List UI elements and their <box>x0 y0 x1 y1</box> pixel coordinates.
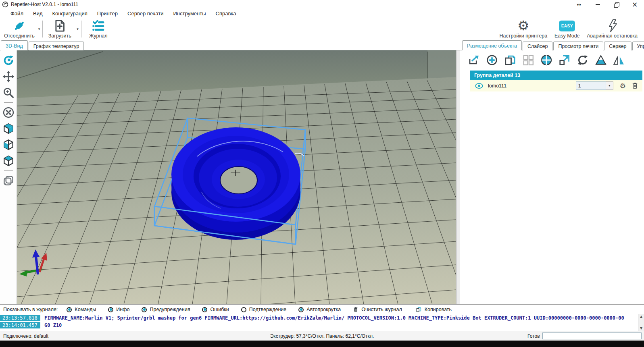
add-object-button[interactable] <box>486 54 498 66</box>
lightning-bolt-icon <box>606 19 618 33</box>
toggle-ack-label: Подтверждение <box>249 307 287 312</box>
menu-tools[interactable]: Инструменты <box>169 9 211 18</box>
menu-print-server[interactable]: Сервер печати <box>123 9 168 18</box>
window-restore-button[interactable] <box>607 0 625 9</box>
right-panel-tabs: Размещение объекта Слайсер Просмотр печа… <box>462 40 644 50</box>
cube-front-icon <box>2 139 15 151</box>
printer-settings-button[interactable]: ⚙ Настройки принтера <box>497 18 550 40</box>
screen-bottom-strip <box>0 341 644 347</box>
visibility-eye-icon[interactable] <box>475 82 484 89</box>
radio-on-icon <box>67 307 72 312</box>
copy-object-icon <box>504 54 516 66</box>
restore-icon <box>614 2 619 7</box>
menu-view[interactable]: Вид <box>28 9 48 18</box>
count-dropdown-caret[interactable]: ▾ <box>606 81 613 90</box>
export-object-button[interactable] <box>467 54 480 66</box>
magnifier-plus-icon <box>2 87 15 99</box>
rotate-object-button[interactable] <box>576 54 589 66</box>
window-resize-button[interactable]: ↔ <box>570 0 588 9</box>
rotate-view-icon <box>2 54 15 66</box>
object-list-item[interactable]: lomo111 ▾ ⚙ <box>470 80 642 91</box>
log-scrollbar[interactable]: ▲ ▼ <box>638 314 644 331</box>
toggle-autoscroll[interactable]: Автопрокрутка <box>298 307 341 312</box>
toggle-info-label: Инфо <box>116 307 129 312</box>
menu-config[interactable]: Конфигурация <box>48 9 92 18</box>
scroll-down-icon[interactable]: ▼ <box>640 326 642 330</box>
toggle-commands[interactable]: Команды <box>67 307 96 312</box>
easy-mode-button[interactable]: EASY Easy Mode <box>551 18 583 40</box>
log-message: G0 Z10 <box>40 322 633 328</box>
load-button[interactable]: Загрузить <box>44 18 75 40</box>
toolbar-separator <box>81 21 81 37</box>
printer-settings-label: Настройки принтера <box>499 33 547 39</box>
journal-button[interactable]: Журнал <box>83 18 114 40</box>
front-view-button[interactable] <box>2 138 15 152</box>
scale-object-button[interactable] <box>558 54 571 66</box>
window-close-button[interactable]: × <box>625 0 644 9</box>
toggle-warnings[interactable]: Предупреждения <box>142 307 190 312</box>
scroll-up-icon[interactable]: ▲ <box>640 315 642 318</box>
rotate-view-button[interactable] <box>2 54 15 67</box>
copy-log-button[interactable]: Копировать <box>416 306 452 313</box>
title-bar: Repetier-Host V2.0.1 - lomo111 ↔ × <box>0 0 644 9</box>
cube-top-icon <box>2 155 15 167</box>
add-object-icon <box>486 54 498 66</box>
copy-icon <box>416 306 422 313</box>
top-view-button[interactable] <box>2 154 15 168</box>
clear-log-trash-icon <box>353 306 358 313</box>
tool-divider <box>4 102 13 103</box>
move-view-button[interactable] <box>2 70 15 83</box>
menu-printer[interactable]: Принтер <box>92 9 123 18</box>
toggle-layers-button[interactable] <box>2 174 15 187</box>
toggle-info[interactable]: Инфо <box>108 307 129 312</box>
toggle-ack[interactable]: Подтверждение <box>241 307 287 312</box>
tab-server[interactable]: Сервер <box>604 42 631 50</box>
load-file-icon <box>53 19 66 33</box>
tab-slicer[interactable]: Слайсер <box>523 42 552 50</box>
rotate-object-icon <box>577 54 589 66</box>
log-area[interactable]: 23:13:57.818 FIRMWARE_NAME:Marlin V1; Sp… <box>0 314 644 331</box>
panel-splitter[interactable] <box>456 50 460 304</box>
emergency-stop-button[interactable]: Аварийная остановка <box>584 18 640 40</box>
progress-bar <box>542 332 642 339</box>
tab-control[interactable]: Управление <box>632 42 644 50</box>
toggle-commands-label: Команды <box>75 307 96 312</box>
menu-bar: Файл Вид Конфигурация Принтер Сервер печ… <box>0 9 644 18</box>
tab-3d-view[interactable]: 3D-Вид <box>1 40 28 50</box>
disconnect-dropdown-caret[interactable]: ▾ <box>37 18 42 40</box>
isometric-view-button[interactable] <box>2 122 15 135</box>
menu-file[interactable]: Файл <box>6 9 28 18</box>
print-bed-scene <box>17 50 456 304</box>
tool-divider <box>4 170 13 171</box>
tab-print-preview[interactable]: Просмотр печати <box>553 42 603 50</box>
radio-on-icon <box>142 307 147 312</box>
disconnect-button[interactable]: Отсоединить <box>2 18 37 40</box>
autoposition-grid-icon <box>522 54 534 66</box>
drop-object-icon <box>595 54 607 66</box>
tab-temperature-graph[interactable]: График температур <box>29 42 84 50</box>
drop-object-button[interactable] <box>594 54 607 66</box>
delete-object-trash-icon[interactable] <box>631 82 638 89</box>
zoom-view-button[interactable] <box>2 86 15 100</box>
object-count-input[interactable] <box>576 81 606 90</box>
journal-checklist-icon <box>91 19 106 33</box>
fit-view-button[interactable] <box>2 106 15 119</box>
disconnect-plug-icon <box>12 19 27 33</box>
log-filter-label: Показывать в журнале: <box>3 307 58 312</box>
mirror-object-button[interactable] <box>613 54 625 66</box>
load-dropdown-caret[interactable]: ▾ <box>75 18 80 40</box>
object-settings-gear-icon[interactable]: ⚙ <box>620 82 626 90</box>
gear-icon: ⚙ <box>517 19 529 33</box>
viewport-3d[interactable] <box>17 50 456 304</box>
clear-log-button[interactable]: Очистить журнал <box>353 306 402 313</box>
printer-state: Готов <box>527 333 540 339</box>
tab-object-placement[interactable]: Размещение объекта <box>462 40 522 50</box>
toggle-errors[interactable]: Ошибки <box>202 307 229 312</box>
center-object-button[interactable] <box>540 54 553 66</box>
object-group-header[interactable]: Группа деталей 13 <box>470 71 642 80</box>
copy-object-button[interactable] <box>504 54 517 66</box>
menu-help[interactable]: Справка <box>211 9 241 18</box>
emergency-stop-label: Аварийная остановка <box>587 33 638 39</box>
window-minimize-button[interactable] <box>588 0 607 9</box>
autoposition-button[interactable] <box>522 54 535 66</box>
